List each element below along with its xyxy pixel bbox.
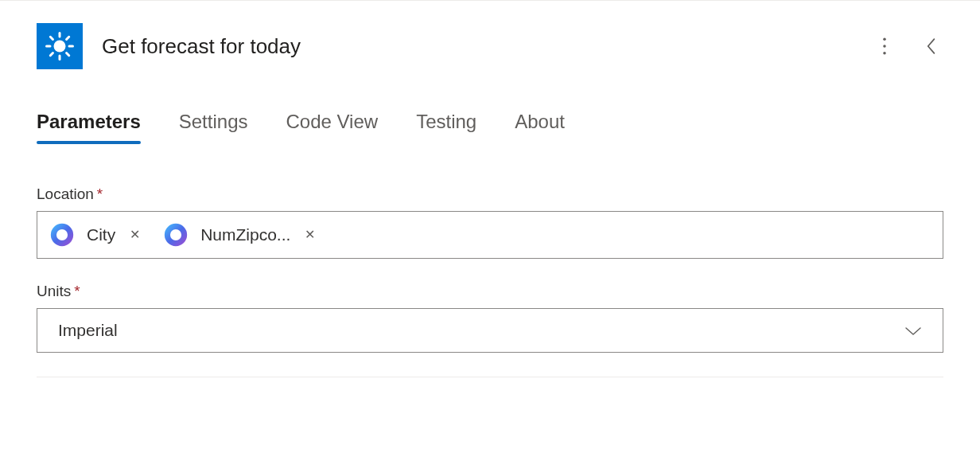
svg-line-8 [67,37,69,39]
token-numzipco: NumZipco... ✕ [158,217,326,253]
units-label-text: Units [37,283,71,299]
action-config-panel: Get forecast for today Parameters Settin… [0,0,980,400]
location-field-group: Location* City [37,186,943,259]
token-city: City ✕ [44,217,151,253]
more-options-button[interactable] [872,33,897,60]
chevron-down-icon [904,321,922,340]
units-label: Units* [37,283,943,300]
svg-line-7 [50,53,52,56]
tab-bar: Parameters Settings Code View Testing Ab… [37,111,943,144]
location-label: Location* [37,186,943,203]
svg-point-9 [883,37,886,41]
units-value: Imperial [58,321,118,340]
token-remove-button[interactable]: ✕ [126,228,143,241]
tab-testing[interactable]: Testing [416,111,476,144]
tab-parameters[interactable]: Parameters [37,111,141,144]
tab-settings[interactable]: Settings [179,111,248,144]
svg-point-10 [883,45,886,48]
token-label: City [87,225,115,244]
svg-point-11 [883,52,886,55]
action-title: Get forecast for today [102,34,853,59]
section-divider [37,377,943,377]
required-mark: * [97,186,103,202]
svg-line-3 [50,37,52,39]
svg-point-0 [54,41,66,53]
svg-line-4 [67,53,69,56]
chevron-left-icon [923,37,939,55]
token-remove-button[interactable]: ✕ [301,228,318,241]
header-actions [872,33,943,60]
tab-code-view[interactable]: Code View [286,111,378,144]
weather-connector-icon [37,23,83,69]
location-label-text: Location [37,186,94,202]
required-mark: * [74,283,80,299]
panel-header: Get forecast for today [37,23,943,69]
units-field-group: Units* Imperial [37,283,943,353]
vertical-dots-icon [877,37,892,55]
token-label: NumZipco... [200,225,290,244]
dynamic-content-icon [49,221,76,248]
tab-about[interactable]: About [515,111,565,144]
units-select[interactable]: Imperial [37,308,943,353]
dynamic-content-icon [162,221,189,248]
collapse-button[interactable] [918,33,943,60]
location-input[interactable]: City ✕ Num [37,211,943,259]
